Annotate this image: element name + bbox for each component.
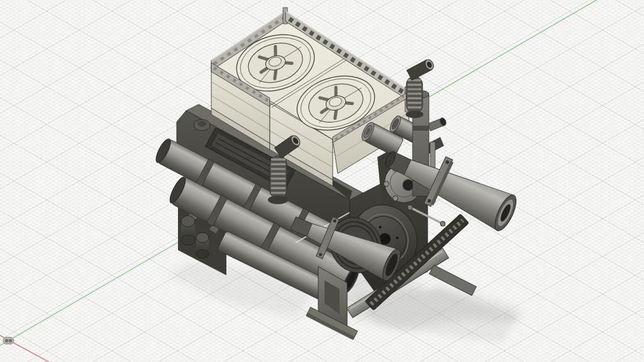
drain-knob — [428, 117, 447, 131]
coil-spring-right — [406, 58, 435, 118]
origin-marker-icon[interactable] — [3, 337, 14, 344]
viewport-canvas[interactable] — [0, 0, 644, 362]
